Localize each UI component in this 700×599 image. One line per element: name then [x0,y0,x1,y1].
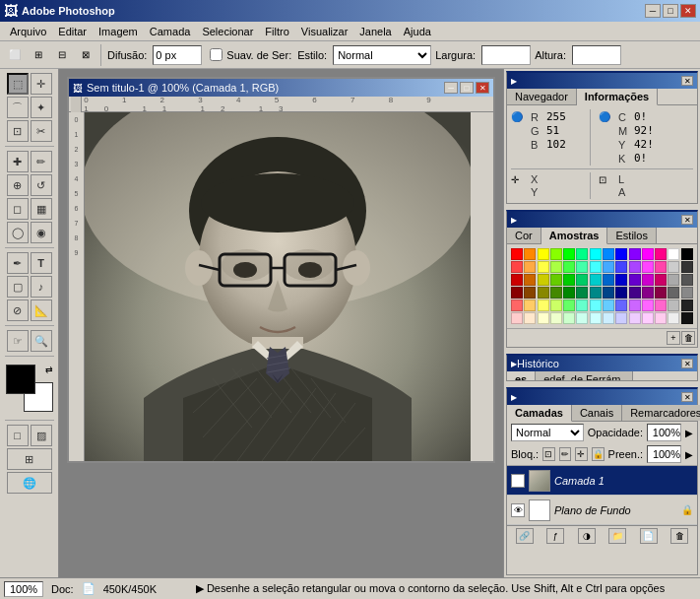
color-swatch-0[interactable] [511,248,523,260]
color-swatch-66[interactable] [642,300,654,311]
menu-visualizar[interactable]: Visualizar [295,24,354,39]
color-swatch-75[interactable] [576,312,588,324]
healing-tool[interactable]: ✚ [7,151,29,172]
diffusion-input[interactable] [153,45,202,65]
info-panel-close-btn[interactable]: ✕ [681,76,693,86]
magic-wand-tool[interactable]: ✦ [31,97,52,118]
menu-janela[interactable]: Janela [353,24,397,39]
marquee-tool[interactable]: ⬚ [7,73,29,95]
color-swatch-59[interactable] [550,300,562,311]
color-swatch-72[interactable] [538,312,549,324]
maximize-button[interactable]: □ [663,4,678,18]
color-swatch-14[interactable] [511,261,523,273]
doc-close-btn[interactable]: ✕ [476,82,489,94]
lock-image-btn[interactable]: ✏ [559,447,571,461]
historico-panel-close-btn[interactable]: ✕ [681,359,693,368]
subtract-selection-btn[interactable]: ⊟ [51,44,73,66]
color-swatch-23[interactable] [629,261,641,273]
color-swatch-18[interactable] [563,261,575,273]
color-swatch-68[interactable] [668,300,679,311]
history-brush-tool[interactable]: ↺ [31,174,52,196]
color-swatch-57[interactable] [524,300,536,311]
blur-tool[interactable]: ◉ [31,222,52,243]
color-swatch-69[interactable] [681,300,693,311]
move-tool[interactable]: ✛ [31,73,52,95]
tab-cor[interactable]: Cor [507,228,541,243]
color-swatch-41[interactable] [681,274,693,286]
minimize-button[interactable]: ─ [645,4,661,18]
color-swatch-20[interactable] [590,261,602,273]
opacity-arrow[interactable]: ▶ [685,428,693,438]
eyedropper-tool[interactable]: ⊘ [7,300,29,321]
color-swatch-82[interactable] [668,312,679,324]
crop-tool[interactable]: ⊡ [7,120,29,142]
new-swatch-btn[interactable]: + [667,331,680,345]
color-swatch-37[interactable] [629,274,641,286]
quick-mask-btn[interactable]: ▨ [31,425,52,446]
delete-layer-btn[interactable]: 🗑 [670,528,688,544]
new-selection-btn[interactable]: ⬜ [4,44,26,66]
color-swatch-15[interactable] [524,261,536,273]
largura-input[interactable] [481,45,531,65]
menu-camada[interactable]: Camada [144,24,197,39]
color-swatch-43[interactable] [524,287,536,299]
color-swatch-52[interactable] [642,287,654,299]
color-swatch-54[interactable] [668,287,679,299]
color-swatch-13[interactable] [681,248,693,260]
color-swatch-32[interactable] [563,274,575,286]
color-swatch-80[interactable] [642,312,654,324]
color-swatch-74[interactable] [563,312,575,324]
slice-tool[interactable]: ✂ [31,120,52,142]
layer-row-camada1[interactable]: 👁 Camada 1 [507,466,697,496]
layer-eye-plano-fundo[interactable]: 👁 [511,503,525,517]
color-swatch-33[interactable] [576,274,588,286]
color-swatch-8[interactable] [615,248,627,260]
color-swatch-35[interactable] [603,274,614,286]
color-swatch-65[interactable] [629,300,641,311]
zoom-tool[interactable]: 🔍 [31,330,52,352]
color-swatch-76[interactable] [590,312,602,324]
color-swatch-61[interactable] [576,300,588,311]
color-swatch-49[interactable] [603,287,614,299]
color-swatch-79[interactable] [629,312,641,324]
color-swatch-31[interactable] [550,274,562,286]
doc-restore-btn[interactable]: □ [460,82,474,94]
main-canvas[interactable] [85,112,471,461]
eraser-tool[interactable]: ◻ [7,198,29,220]
layer-effects-btn[interactable]: ƒ [546,528,564,544]
tab-historico-es[interactable]: es [507,371,536,381]
color-swatch-62[interactable] [590,300,602,311]
lock-transparent-btn[interactable]: ⊡ [542,447,554,461]
color-swatch-11[interactable] [655,248,667,260]
color-swatch-51[interactable] [629,287,641,299]
color-swatch-38[interactable] [642,274,654,286]
color-swatch-44[interactable] [538,287,549,299]
menu-editar[interactable]: Editar [52,24,93,39]
color-swatch-5[interactable] [576,248,588,260]
menu-imagem[interactable]: Imagem [93,24,144,39]
gradient-tool[interactable]: ▦ [31,198,52,220]
color-swatch-22[interactable] [615,261,627,273]
color-swatch-42[interactable] [511,287,523,299]
fill-arrow[interactable]: ▶ [685,449,693,460]
tab-navigator[interactable]: Navegador [507,89,577,104]
color-swatch-2[interactable] [538,248,549,260]
shape-tool[interactable]: ▢ [7,276,29,298]
layers-panel-close-btn[interactable]: ✕ [681,392,693,402]
layers-panel-expand[interactable]: ▶ [511,393,517,402]
text-tool[interactable]: T [31,252,52,274]
lasso-tool[interactable]: ⌒ [7,97,29,118]
color-swatch-39[interactable] [655,274,667,286]
color-swatch-6[interactable] [590,248,602,260]
screen-mode-btn[interactable]: ⊞ [7,448,52,470]
normal-mode-btn[interactable]: □ [7,425,29,446]
measure-tool[interactable]: 📐 [31,300,52,321]
lock-position-btn[interactable]: ✛ [575,447,587,461]
altura-input[interactable] [572,45,621,65]
tab-ferramentas[interactable]: edef. de Ferrám. [536,371,632,381]
layer-mask-btn[interactable]: ◑ [578,528,596,544]
brush-tool[interactable]: ✏ [31,151,52,172]
color-swatch-26[interactable] [668,261,679,273]
menu-ajuda[interactable]: Ajuda [398,24,437,39]
color-swatch-27[interactable] [681,261,693,273]
